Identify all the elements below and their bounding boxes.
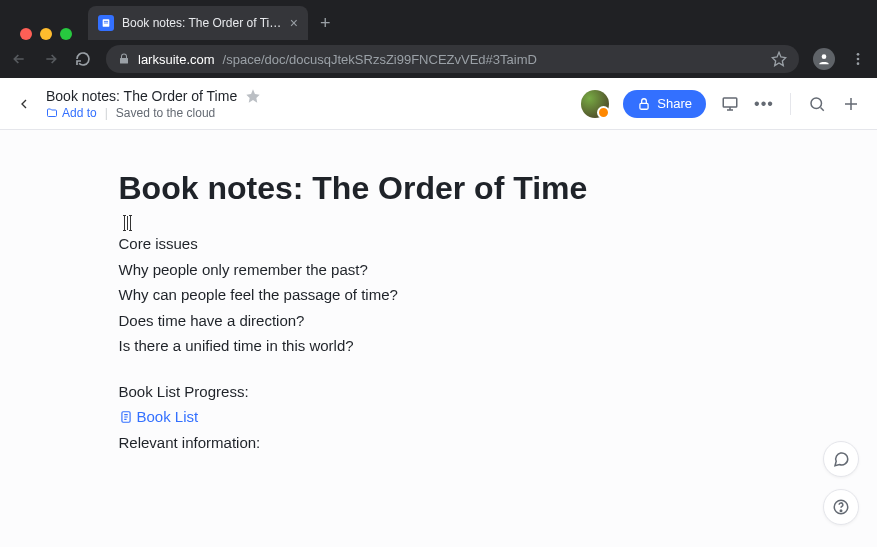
doc-link-icon bbox=[119, 410, 133, 424]
present-icon[interactable] bbox=[720, 94, 740, 114]
svg-rect-1 bbox=[104, 21, 108, 22]
document-canvas[interactable]: Book notes: The Order of Time Core issue… bbox=[0, 130, 877, 547]
new-tab-button[interactable]: + bbox=[308, 7, 343, 40]
svg-point-3 bbox=[822, 54, 827, 59]
favorite-star-icon[interactable] bbox=[245, 88, 261, 104]
minimize-window-button[interactable] bbox=[40, 28, 52, 40]
svg-point-13 bbox=[840, 510, 842, 512]
address-bar[interactable]: larksuite.com/space/doc/docusqJtekSRzsZi… bbox=[106, 45, 799, 73]
share-label: Share bbox=[657, 96, 692, 111]
search-icon[interactable] bbox=[807, 94, 827, 114]
svg-point-5 bbox=[857, 58, 860, 61]
url-path: /space/doc/docusqJtekSRzsZi99FNCEZvVEd#3… bbox=[223, 52, 537, 67]
comments-button[interactable] bbox=[823, 441, 859, 477]
svg-point-4 bbox=[857, 53, 860, 56]
browser-chrome: Book notes: The Order of Time × + larksu… bbox=[0, 0, 877, 78]
browser-menu-icon[interactable] bbox=[849, 50, 867, 68]
add-icon[interactable] bbox=[841, 94, 861, 114]
paragraph[interactable]: Relevant information: bbox=[119, 430, 759, 456]
browser-tab[interactable]: Book notes: The Order of Time × bbox=[88, 6, 308, 40]
add-to-button[interactable]: Add to bbox=[46, 106, 97, 120]
svg-point-9 bbox=[811, 98, 822, 109]
doc-favicon-icon bbox=[98, 15, 114, 31]
paragraph[interactable]: Why can people feel the passage of time? bbox=[119, 282, 759, 308]
paragraph[interactable]: Is there a unified time in this world? bbox=[119, 333, 759, 359]
document-title[interactable]: Book notes: The Order of Time bbox=[119, 170, 759, 207]
svg-rect-2 bbox=[104, 23, 108, 24]
help-button[interactable] bbox=[823, 489, 859, 525]
paragraph[interactable]: Core issues bbox=[119, 231, 759, 257]
reload-icon[interactable] bbox=[74, 50, 92, 68]
tab-strip: Book notes: The Order of Time × + bbox=[0, 0, 877, 40]
close-window-button[interactable] bbox=[20, 28, 32, 40]
tab-close-icon[interactable]: × bbox=[290, 15, 298, 31]
svg-rect-7 bbox=[640, 103, 648, 109]
document-content[interactable]: Book notes: The Order of Time Core issue… bbox=[119, 130, 759, 515]
address-bar-row: larksuite.com/space/doc/docusqJtekSRzsZi… bbox=[0, 40, 877, 78]
save-status: Saved to the cloud bbox=[116, 106, 215, 120]
text-cursor-icon bbox=[123, 215, 124, 231]
user-avatar[interactable] bbox=[581, 90, 609, 118]
doc-link-label: Book List bbox=[137, 404, 199, 430]
bookmark-star-icon[interactable] bbox=[771, 51, 787, 67]
header-doc-title: Book notes: The Order of Time bbox=[46, 88, 237, 104]
add-to-label: Add to bbox=[62, 106, 97, 120]
svg-point-6 bbox=[857, 62, 860, 65]
paragraph[interactable]: Why people only remember the past? bbox=[119, 257, 759, 283]
paragraph[interactable]: Does time have a direction? bbox=[119, 308, 759, 334]
browser-profile-icon[interactable] bbox=[813, 48, 835, 70]
svg-rect-10 bbox=[127, 216, 128, 230]
url-domain: larksuite.com bbox=[138, 52, 215, 67]
back-icon[interactable] bbox=[10, 50, 28, 68]
svg-rect-8 bbox=[723, 98, 737, 107]
doc-link[interactable]: Book List bbox=[119, 404, 759, 430]
lock-icon bbox=[118, 53, 130, 65]
more-options-icon[interactable]: ••• bbox=[754, 94, 774, 114]
back-button[interactable] bbox=[16, 94, 36, 114]
forward-icon[interactable] bbox=[42, 50, 60, 68]
title-column: Book notes: The Order of Time Add to | S… bbox=[46, 88, 261, 120]
divider bbox=[790, 93, 791, 115]
tab-title: Book notes: The Order of Time bbox=[122, 16, 282, 30]
paragraph[interactable]: Book List Progress: bbox=[119, 379, 759, 405]
app-header: Book notes: The Order of Time Add to | S… bbox=[0, 78, 877, 130]
separator: | bbox=[105, 106, 108, 120]
share-button[interactable]: Share bbox=[623, 90, 706, 118]
maximize-window-button[interactable] bbox=[60, 28, 72, 40]
window-controls bbox=[8, 14, 84, 40]
